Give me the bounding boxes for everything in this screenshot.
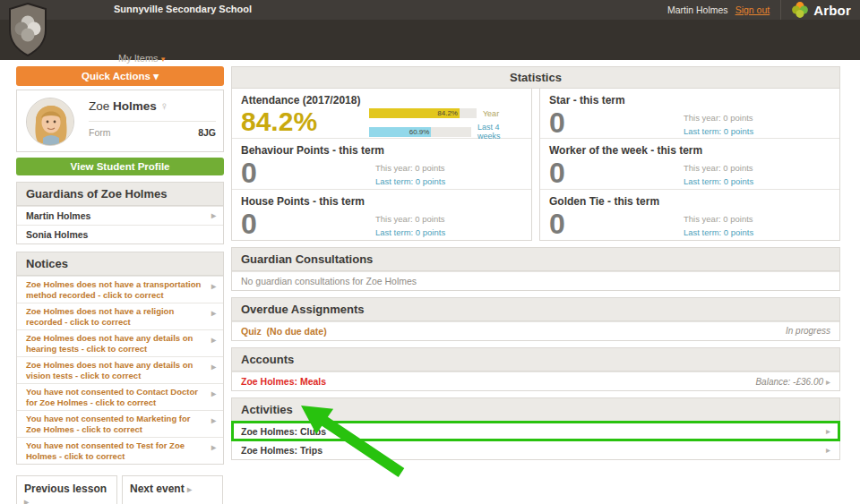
activity-row-clubs[interactable]: Zoe Holmes: Clubs ▸	[232, 422, 839, 440]
activity-row-trips[interactable]: Zoe Holmes: Trips ▸	[232, 440, 839, 459]
this-year-points: This year: 0 points	[375, 214, 445, 224]
this-year-points: This year: 0 points	[375, 163, 445, 173]
statistics-panel: Statistics Attendance (2017/2018) 84.2% …	[231, 66, 840, 241]
statistics-right-column: Star - this term 0 This year: 0 points L…	[539, 89, 840, 241]
behaviour-points-box: Behaviour Points - this term 0 This year…	[232, 139, 531, 189]
next-event-label: Next event	[130, 483, 185, 495]
quick-actions-button[interactable]: Quick Actions ▾	[16, 66, 224, 86]
assignment-due: (No due date)	[267, 326, 327, 337]
form-label: Form	[89, 127, 111, 138]
notice-text: Zoe Holmes does not have a transportatio…	[26, 279, 201, 300]
last-term-points-link[interactable]: Last term: 0 points	[684, 176, 753, 186]
chevron-right-icon: ▸	[211, 442, 216, 453]
schedule-widgets: Previous lesson ▸ 08:00 - 08:10 Mon, 20 …	[16, 475, 224, 504]
guardian-name: Sonia Holmes	[26, 229, 88, 240]
chevron-down-icon: ▾	[153, 71, 159, 81]
last-term-points-link[interactable]: Last term: 0 points	[375, 176, 445, 186]
school-shield-logo	[7, 3, 48, 60]
nav-bar: My Items ▾	[0, 20, 860, 60]
notice-text: You have not consented to Test for Zoe H…	[26, 440, 185, 461]
nav-my-items[interactable]: My Items ▾	[118, 53, 165, 64]
account-row-meals[interactable]: Zoe Holmes: Meals Balance: -£36.00 ▸	[232, 372, 839, 390]
guardian-consultations-title: Guardian Consultations	[232, 248, 839, 271]
topbar-divider	[780, 0, 781, 20]
empty-text: No guardian consultations for Zoe Holmes	[241, 276, 417, 286]
next-event-card: Next event ▸ 11:30 - 12:00 Mon, 20 Aug 2…	[122, 475, 223, 504]
chevron-right-icon: ▸	[211, 335, 216, 346]
next-event-title[interactable]: Next event ▸	[130, 483, 215, 495]
attendance-bar-year: 84.2% Year	[369, 108, 522, 118]
notice-row[interactable]: You have not consented to Contact Doctor…	[17, 383, 223, 410]
accounts-panel: Accounts Zoe Holmes: Meals Balance: -£36…	[231, 347, 840, 391]
counter-title: Worker of the week - this term	[549, 144, 830, 157]
student-last-name: Holmes	[113, 99, 157, 113]
chevron-right-icon: ▸	[211, 210, 216, 220]
statistics-left-column: Attendance (2017/2018) 84.2% 84.2% Year	[231, 89, 532, 241]
last-term-points-link[interactable]: Last term: 0 points	[375, 227, 445, 237]
notice-text: Zoe Holmes does not have any details on …	[26, 360, 193, 380]
counter-title: Golden Tie - this term	[549, 195, 830, 208]
activities-title: Activities	[232, 398, 839, 422]
overdue-assignments-title: Overdue Assignments	[232, 298, 839, 321]
guardian-row-sonia[interactable]: Sonia Holmes	[17, 225, 223, 243]
notices-title: Notices	[17, 252, 223, 276]
sign-out-link[interactable]: Sign out	[735, 4, 770, 15]
main-content: Statistics Attendance (2017/2018) 84.2% …	[231, 66, 840, 460]
attendance-title: Attendance (2017/2018)	[241, 94, 522, 107]
last-term-points-link[interactable]: Last term: 0 points	[684, 227, 753, 237]
quick-actions-label: Quick Actions	[82, 71, 150, 81]
guardian-row-martin[interactable]: Martin Holmes ▸	[17, 206, 223, 225]
counter-title: Behaviour Points - this term	[241, 144, 522, 157]
notice-text: You have not consented to Contact Doctor…	[26, 387, 198, 407]
guardians-title: Guardians of Zoe Holmes	[17, 183, 223, 206]
counter-title: Star - this term	[549, 94, 830, 107]
worker-of-week-box: Worker of the week - this term 0 This ye…	[540, 139, 839, 189]
nav-my-items-label: My Items	[118, 53, 159, 64]
statistics-body: Attendance (2017/2018) 84.2% 84.2% Year	[231, 89, 840, 241]
notice-row[interactable]: Zoe Holmes does not have any details on …	[17, 329, 223, 356]
guardian-name: Martin Holmes	[26, 210, 90, 221]
profile-info: Zoe Holmes ♀ Form 8JG	[89, 98, 216, 138]
attendance-box: Attendance (2017/2018) 84.2% 84.2% Year	[232, 89, 531, 139]
notice-row[interactable]: Zoe Holmes does not have any details on …	[17, 356, 223, 383]
notice-text: Zoe Holmes does not have a religion reco…	[26, 306, 174, 327]
assignment-name: Quiz	[241, 326, 262, 337]
attendance-big-value: 84.2%	[241, 107, 369, 137]
student-avatar	[26, 98, 74, 146]
student-profile-card: Zoe Holmes ♀ Form 8JG	[16, 90, 224, 152]
account-balance: Balance: -£36.00	[755, 377, 823, 387]
counter-value: 0	[241, 157, 375, 189]
bar-track: 84.2%	[369, 108, 477, 118]
view-student-profile-button[interactable]: View Student Profile	[16, 158, 224, 175]
chevron-right-icon: ▸	[826, 445, 830, 455]
chevron-right-icon: ▸	[826, 426, 830, 436]
notice-row[interactable]: Zoe Holmes does not have a religion reco…	[17, 303, 223, 329]
chevron-right-icon: ▸	[24, 497, 29, 504]
chevron-right-icon: ▸	[211, 308, 216, 319]
attendance-bar-4weeks: 60.9% Last 4 weeks	[369, 123, 522, 141]
form-value: 8JG	[198, 127, 216, 138]
last-term-points-link[interactable]: Last term: 0 points	[684, 126, 753, 136]
notice-text: You have not consented to Marketing for …	[26, 414, 191, 434]
notice-row[interactable]: Zoe Holmes does not have a transportatio…	[17, 276, 223, 303]
activity-name: Zoe Holmes: Trips	[241, 445, 322, 456]
previous-lesson-title[interactable]: Previous lesson ▸	[24, 483, 109, 504]
previous-lesson-card: Previous lesson ▸ 08:00 - 08:10 Mon, 20 …	[16, 475, 117, 504]
activities-panel: Activities Zoe Holmes: Clubs ▸ Zoe Holme…	[231, 397, 840, 460]
bar-fill-4weeks: 60.9%	[369, 127, 431, 137]
top-bar: Sunnyville Secondary School Martin Holme…	[0, 0, 860, 20]
chevron-down-icon: ▾	[161, 55, 166, 64]
notice-row[interactable]: You have not consented to Marketing for …	[17, 410, 223, 437]
bar-label-year: Year	[483, 109, 499, 118]
activity-name: Zoe Holmes: Clubs	[241, 426, 326, 437]
star-box: Star - this term 0 This year: 0 points L…	[540, 89, 839, 139]
bar-track: 60.9%	[369, 127, 471, 137]
this-year-points: This year: 0 points	[684, 163, 753, 173]
assignment-row[interactable]: Quiz (No due date) In progress	[232, 321, 839, 340]
notice-row[interactable]: You have not consented to Test for Zoe H…	[17, 437, 223, 464]
overdue-assignments-panel: Overdue Assignments Quiz (No due date) I…	[231, 297, 840, 341]
account-name: Zoe Holmes: Meals	[241, 376, 326, 387]
chevron-right-icon: ▸	[187, 484, 192, 494]
assignment-status: In progress	[786, 326, 830, 336]
student-first-name: Zoe	[89, 99, 109, 113]
